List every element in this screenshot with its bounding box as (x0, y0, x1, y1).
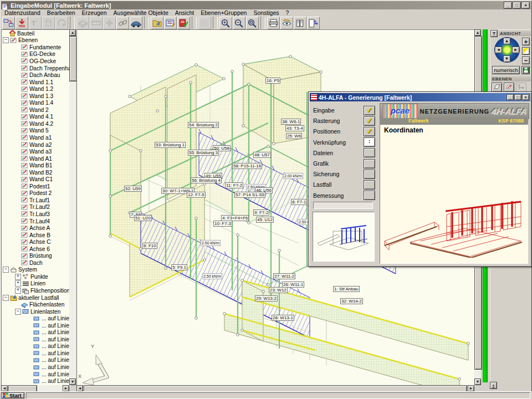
tree-item-auf-linie-5[interactable]: ... auf Linie 5 (2, 329, 70, 336)
menu-item-ebenen-gruppen[interactable]: Ebenen+Gruppen (197, 9, 250, 16)
step-checkbox-empty[interactable] (364, 159, 375, 168)
tree-item-wand-1-4[interactable]: Wand 1.4 (2, 99, 70, 106)
tree-expander-icon[interactable]: − (3, 267, 9, 273)
tree-item-linien[interactable]: +Linien (2, 280, 70, 288)
ebene-move-button[interactable] (516, 83, 526, 92)
tree-item-wand-2[interactable]: Wand 2 (2, 106, 70, 114)
dialog-close-button[interactable]: × (522, 94, 529, 100)
rotate-left-icon[interactable]: ◄ (495, 47, 502, 53)
menu-item-erzeugen[interactable]: Erzeugen (79, 9, 110, 16)
tree-item-wand-4-1[interactable]: Wand 4.1 (2, 114, 70, 121)
tree-vscrollbar[interactable]: ▲ ▼ (69, 29, 76, 385)
print-button[interactable] (267, 17, 280, 29)
zoom-window-button[interactable] (246, 17, 259, 29)
ebene-edit-button[interactable] (504, 83, 514, 92)
tree-item-wand-1-2[interactable]: Wand 1.2 (2, 85, 70, 93)
tree-item-fl-chenpositionen[interactable]: +Flächenpositionen (2, 287, 70, 294)
ruler-tool-button[interactable] (90, 17, 103, 29)
tree-item-wand-a3[interactable]: Wand a3 (2, 148, 70, 155)
numerisch-button[interactable]: numerisch (492, 66, 520, 74)
tree-item-bauteil[interactable]: Bauteil (2, 30, 70, 37)
check-book-button[interactable] (177, 17, 190, 29)
tree-item-dach[interactable]: Dach (2, 259, 70, 267)
scroll-up-icon[interactable]: ▲ (474, 29, 481, 36)
minimize-button[interactable]: _ (504, 2, 512, 9)
rotate-up-icon[interactable]: ▲ (503, 38, 510, 44)
cylinder-tool-button[interactable] (42, 17, 55, 29)
step-checkbox-empty[interactable] (364, 191, 375, 200)
tree-item-wand-a1[interactable]: Wand a1 (2, 134, 70, 141)
menu-item-sonstiges[interactable]: Sonstiges (250, 9, 282, 16)
tree-item-br-stung[interactable]: Brüstung (2, 253, 70, 260)
tree-item-fundamente[interactable]: Fundamente (2, 44, 70, 51)
tree-item-ebenen[interactable]: −Ebenen (2, 37, 70, 44)
pin-button[interactable]: Ŧ (490, 30, 498, 37)
tree-item-wand-4-2[interactable]: Wand 4.2 (2, 120, 70, 127)
menu-item-bearbeiten[interactable]: Bearbeiten (44, 9, 79, 16)
rotate-right-icon[interactable]: ► (512, 47, 519, 53)
window-titlebar[interactable]: EingabeModul [Faltwerk: Faltwerk] _ □ × (1, 1, 531, 9)
view-rotate-wheel[interactable]: ▲ ◄ ► ▼ (494, 37, 520, 63)
zoom-in-button[interactable] (219, 17, 232, 29)
scroll-down-icon[interactable]: ▼ (69, 378, 76, 385)
position-grid-button[interactable] (164, 17, 177, 29)
tree-item-auf-linie-7[interactable]: ... auf Linie 7 (2, 377, 70, 385)
zoom-out-button[interactable]: − (522, 57, 530, 64)
column-tool-button[interactable]: T* (29, 17, 42, 29)
tree-item-wand-1-3[interactable]: Wand 1.3 (2, 93, 70, 100)
dialog-minimize-button[interactable]: _ (507, 94, 514, 100)
scroll-down-icon[interactable]: ▼ (474, 378, 481, 385)
menu-item-[interactable]: ? (283, 9, 293, 16)
zoom-out-button[interactable] (233, 17, 245, 29)
tree-item-auf-linie-5[interactable]: ... auf Linie 5 (2, 336, 70, 343)
tree-item-wand-c1[interactable]: Wand C1 (2, 176, 70, 183)
rotate-tool-button[interactable] (55, 17, 68, 29)
axes-tool-button[interactable] (103, 17, 116, 29)
menu-item-datenzustand[interactable]: Datenzustand (1, 9, 44, 16)
tree-expander-icon[interactable]: − (3, 295, 9, 301)
step-indicator-active[interactable]: ∶ (364, 137, 375, 147)
step-checkbox-checked[interactable]: ✓ (364, 116, 375, 126)
tree-item-podest-2[interactable]: Podest 2 (2, 190, 70, 197)
tree-item-achse-c[interactable]: Achse C (2, 238, 70, 245)
tree-item-auf-linie-5[interactable]: ... auf Linie 5 (2, 315, 70, 322)
maximize-button[interactable]: □ (513, 2, 521, 9)
car-view-button[interactable] (130, 17, 142, 29)
menu-item-ansicht[interactable]: Ansicht (172, 9, 197, 16)
tree-item-tr-lauf2[interactable]: Tr.Lauf2 (2, 204, 70, 211)
tree-item-auf-linie-5[interactable]: ... auf Linie 5 (2, 343, 70, 350)
tree-item-auf-linie-6[interactable]: ... auf Linie 6 (2, 364, 70, 371)
shade-toggle-button[interactable] (522, 47, 530, 55)
tree-expander-icon[interactable]: + (15, 280, 21, 287)
tree-item-achse-a[interactable]: Achse A (2, 224, 70, 232)
tree-item-tr-lauf3[interactable]: Tr.Lauf3 (2, 211, 70, 218)
step-checkbox-empty[interactable] (364, 180, 375, 190)
tree-item-linienlasten[interactable]: −Linienlasten (2, 308, 70, 315)
tree-item-tr-lauf4[interactable]: Tr.Lauf4 (2, 218, 70, 225)
tree-item-achse-b[interactable]: Achse B (2, 232, 70, 239)
tree-item-wand-b1[interactable]: Wand B1 (2, 162, 70, 169)
tree-item-auf-linie-5[interactable]: ... auf Linie 5 (2, 322, 70, 329)
slab-tool-button[interactable] (76, 17, 89, 29)
tree-item-wand-b2[interactable]: Wand B2 (2, 169, 70, 176)
tree-item-dach-treppenha[interactable]: Dach Treppenha (2, 65, 70, 72)
close-button[interactable]: × (521, 2, 530, 9)
dialog-titlebar[interactable]: 4H-ALFA - Generierung [Faltwerk] _ □ × (310, 93, 530, 101)
step-checkbox-empty[interactable] (364, 170, 375, 179)
step-checkbox-empty[interactable] (364, 148, 375, 157)
tree-item-achse-6[interactable]: Achse 6 (2, 245, 70, 253)
ebene-3d-button[interactable] (492, 83, 502, 92)
exit-button[interactable] (307, 17, 320, 29)
tree-item-wand-a2[interactable]: Wand a2 (2, 141, 70, 149)
rotate-down-icon[interactable]: ▼ (503, 55, 510, 62)
open-folder-button[interactable] (151, 17, 163, 29)
tree-item-wand-a1[interactable]: Wand A1 (2, 155, 70, 162)
tree-item-eg-decke[interactable]: EG-Decke (2, 51, 70, 58)
tree-item-system[interactable]: −System (2, 267, 70, 274)
panel-anchor-button[interactable] (490, 382, 497, 389)
tree-item-aktueller-lastfall[interactable]: −aktueller Lastfall (2, 294, 70, 301)
link-tool-button[interactable] (116, 17, 129, 29)
tree-item-tr-lauf1[interactable]: Tr.Lauf1 (2, 197, 70, 204)
tree-item-auf-linie-6[interactable]: ... auf Linie 6 (2, 371, 70, 378)
tree-item-podest1[interactable]: Podest1 (2, 183, 70, 190)
